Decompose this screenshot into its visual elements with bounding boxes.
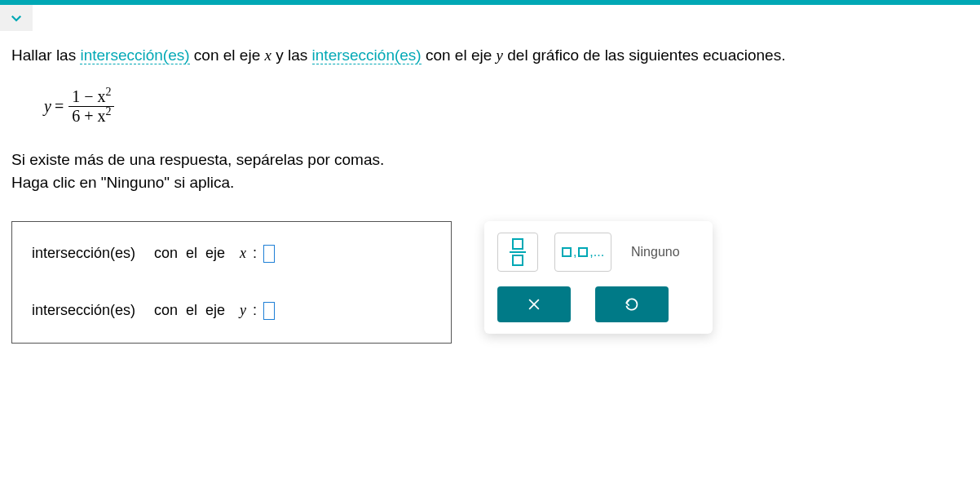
fraction-tool-button[interactable]	[497, 233, 538, 272]
status-tab	[0, 5, 33, 31]
prompt-text: del gráfico de las siguientes ecuaciones…	[503, 47, 785, 64]
intercept-link-x[interactable]: intersección(es)	[80, 47, 189, 64]
list-tool-button[interactable]: ,,...	[554, 233, 611, 272]
eq-numerator: 1 − x2	[68, 87, 114, 106]
x-intercept-label-a: intersección(es)	[32, 245, 135, 262]
prompt-text: con el eje	[190, 47, 265, 64]
prompt-text: Hallar las	[11, 47, 80, 64]
intercept-link-y[interactable]: intersección(es)	[312, 47, 422, 64]
y-intercept-input[interactable]	[263, 302, 275, 320]
eq-equals: =	[55, 97, 64, 116]
instruction-line1: Si existe más de una respuesta, sepárela…	[11, 151, 384, 168]
fraction-icon	[510, 251, 526, 253]
y-intercept-label-b: con el eje	[142, 302, 233, 319]
x-intercept-row: intersección(es) con el eje x :	[32, 245, 426, 263]
x-intercept-var: x	[240, 245, 246, 262]
toolbox-row-1: ,,... Ninguno	[497, 233, 700, 272]
answer-area: intersección(es) con el eje x : intersec…	[11, 221, 969, 344]
y-intercept-label-a: intersección(es)	[32, 302, 135, 319]
y-intercept-row: intersección(es) con el eje y :	[32, 302, 426, 320]
y-intercept-var: y	[240, 302, 246, 319]
top-accent-bar	[0, 0, 980, 5]
var-y: y	[497, 47, 503, 64]
answer-instructions: Si existe más de una respuesta, sepárela…	[11, 149, 969, 195]
clear-button[interactable]	[497, 286, 571, 322]
undo-button[interactable]	[595, 286, 669, 322]
toolbox-row-2	[497, 286, 700, 322]
none-tool-button[interactable]: Ninguno	[628, 233, 683, 272]
eq-num-text: 1 − x	[72, 87, 105, 105]
equation-display: y = 1 − x2 6 + x2	[44, 87, 969, 126]
x-intercept-input[interactable]	[263, 245, 275, 263]
eq-den-text: 6 + x	[72, 107, 105, 125]
instruction-line2: Haga clic en "Ninguno" si aplica.	[11, 174, 234, 191]
eq-fraction: 1 − x2 6 + x2	[68, 87, 114, 126]
problem-prompt: Hallar las intersección(es) con el eje x…	[11, 44, 969, 68]
list-icon	[562, 247, 572, 257]
close-icon	[526, 296, 542, 313]
eq-lhs: y	[44, 97, 51, 116]
prompt-text: con el eje	[422, 47, 497, 64]
eq-num-exp: 2	[105, 86, 111, 98]
undo-icon	[624, 296, 640, 313]
prompt-text: y las	[271, 47, 312, 64]
eq-den-exp: 2	[105, 105, 111, 117]
fraction-icon	[512, 238, 523, 250]
problem-content: Hallar las intersección(es) con el eje x…	[11, 44, 969, 344]
y-intercept-colon: :	[253, 302, 257, 319]
x-intercept-colon: :	[253, 245, 257, 262]
chevron-down-icon	[9, 11, 24, 25]
var-x: x	[265, 47, 271, 64]
eq-denominator: 6 + x2	[68, 107, 114, 126]
x-intercept-label-b: con el eje	[142, 245, 233, 262]
list-icon	[578, 247, 588, 257]
fraction-icon	[512, 255, 523, 266]
math-toolbox: ,,... Ninguno	[484, 221, 713, 334]
answer-box: intersección(es) con el eje x : intersec…	[11, 221, 452, 344]
